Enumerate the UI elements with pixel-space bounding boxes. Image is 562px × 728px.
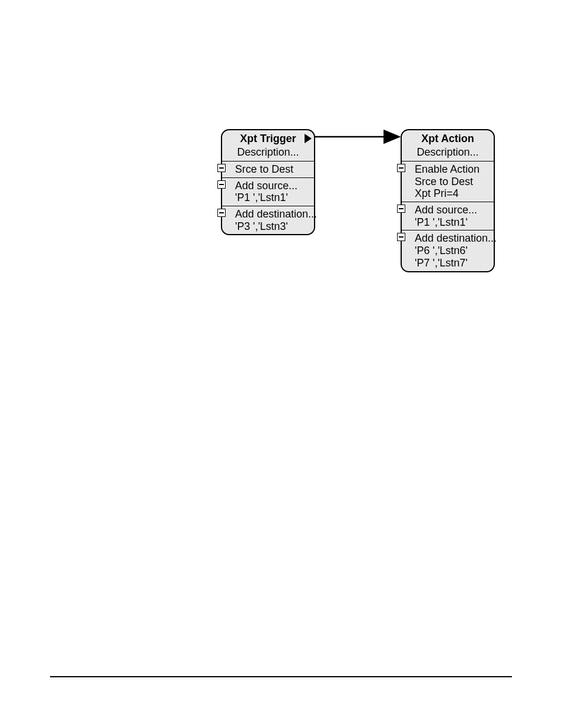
section-item: 'P1 ','Lstn1' <box>235 192 310 204</box>
trigger-section-add-source[interactable]: Add source... 'P1 ','Lstn1' <box>222 177 314 206</box>
collapse-toggle-icon[interactable] <box>397 233 405 241</box>
section-line: Enable Action <box>415 163 490 176</box>
action-description[interactable]: Description... <box>402 146 494 161</box>
xpt-trigger-node[interactable]: Xpt Trigger Description... Srce to Dest … <box>221 129 315 235</box>
connector-arrow <box>0 0 562 728</box>
action-section-add-destination[interactable]: Add destination... 'P6 ','Lstn6' 'P7 ','… <box>402 230 494 271</box>
node-title: Xpt Trigger <box>222 130 314 146</box>
action-section-enable[interactable]: Enable Action Srce to Dest Xpt Pri=4 <box>402 161 494 202</box>
trigger-section-srce-to-dest[interactable]: Srce to Dest <box>222 161 314 177</box>
collapse-toggle-icon[interactable] <box>217 209 226 217</box>
section-header: Add source... <box>235 180 310 192</box>
section-line: Srce to Dest <box>235 163 310 176</box>
section-header: Add source... <box>415 204 490 216</box>
section-item: 'P7 ','Lstn7' <box>415 257 490 269</box>
trigger-description[interactable]: Description... <box>222 146 314 161</box>
section-item: 'P6 ','Lstn6' <box>415 245 490 257</box>
collapse-toggle-icon[interactable] <box>397 164 405 172</box>
section-item: 'P3 ','Lstn3' <box>235 220 310 233</box>
section-header: Add destination... <box>415 232 490 245</box>
collapse-toggle-icon[interactable] <box>397 205 405 213</box>
section-line: Xpt Pri=4 <box>415 187 490 200</box>
output-port-icon[interactable] <box>305 134 312 143</box>
section-line: Srce to Dest <box>415 176 490 188</box>
collapse-toggle-icon[interactable] <box>217 164 226 172</box>
trigger-section-add-destination[interactable]: Add destination... 'P3 ','Lstn3' <box>222 206 314 234</box>
footer-divider <box>50 676 512 677</box>
collapse-toggle-icon[interactable] <box>217 180 226 189</box>
xpt-action-node[interactable]: Xpt Action Description... Enable Action … <box>401 129 495 272</box>
section-item: 'P1 ','Lstn1' <box>415 216 490 229</box>
section-header: Add destination... <box>235 208 310 220</box>
action-title-text: Xpt Action <box>421 133 474 144</box>
node-title: Xpt Action <box>402 130 494 146</box>
action-section-add-source[interactable]: Add source... 'P1 ','Lstn1' <box>402 202 494 230</box>
diagram-canvas: Xpt Trigger Description... Srce to Dest … <box>0 0 562 728</box>
trigger-title-text: Xpt Trigger <box>240 133 296 144</box>
